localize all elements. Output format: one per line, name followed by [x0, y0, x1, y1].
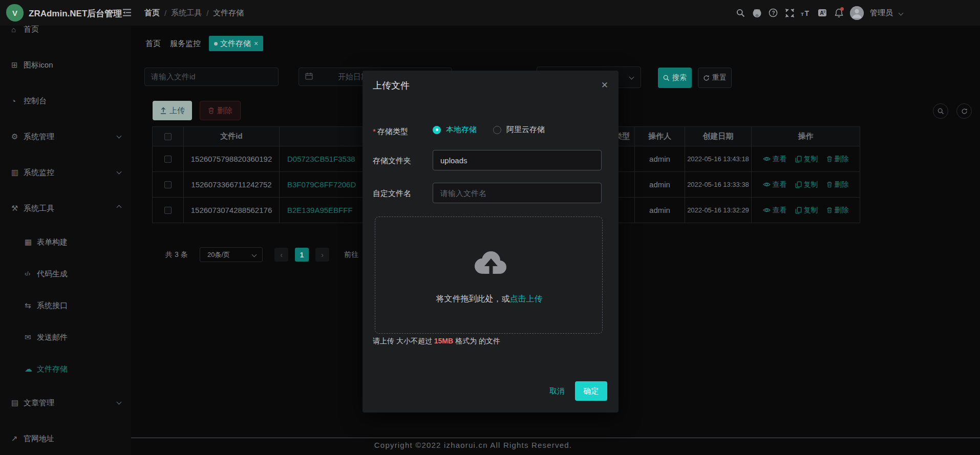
- radio-local-label[interactable]: 本地存储: [446, 125, 477, 135]
- radio-aliyun-label[interactable]: 阿里云存储: [506, 125, 545, 135]
- row-checkbox[interactable]: [164, 156, 172, 163]
- sidebar-item-官网地址[interactable]: ↗ 官网地址: [0, 421, 131, 455]
- file-name-link[interactable]: B3F079C8FF7206D: [287, 180, 356, 189]
- cloud-upload-icon: ☁: [25, 364, 36, 374]
- breadcrumb-item[interactable]: 文件存储: [213, 8, 244, 18]
- upload-dialog: 上传文件 ✕ *存储类型 本地存储 阿里云存储 存储文件夹 自定文件名: [363, 71, 619, 413]
- tab-首页[interactable]: 首页: [144, 36, 162, 51]
- select-all-checkbox[interactable]: [164, 133, 172, 140]
- row-action-删除[interactable]: 删除: [826, 206, 849, 215]
- radio-local-storage[interactable]: [433, 126, 441, 134]
- sidebar-item-代码生成[interactable]: ‹/› 代码生成: [0, 258, 131, 290]
- pagination-prev-button[interactable]: ‹: [274, 248, 288, 262]
- svg-text:?: ?: [772, 10, 775, 16]
- external-link-icon: ↗: [11, 434, 23, 443]
- delete-button-label: 删除: [217, 106, 232, 116]
- cancel-button[interactable]: 取消: [549, 386, 565, 396]
- avatar[interactable]: [850, 6, 864, 20]
- breadcrumb-item[interactable]: 系统工具: [171, 8, 202, 18]
- sidebar-item-系统监控[interactable]: ▥ 系统监控: [0, 155, 131, 190]
- search-icon[interactable]: [735, 8, 745, 18]
- tab-服务监控[interactable]: 服务监控: [169, 36, 202, 51]
- font-size-icon[interactable]: TT: [801, 8, 811, 18]
- row-action-删除[interactable]: 删除: [826, 155, 849, 164]
- app-logo: V: [6, 4, 24, 21]
- file-name-link[interactable]: D05723CB51F3538: [287, 155, 355, 163]
- bell-icon[interactable]: [834, 8, 844, 18]
- eye-icon: [763, 207, 771, 213]
- click-upload-link[interactable]: 点击上传: [510, 294, 543, 303]
- storage-type-radio-group: 本地存储 阿里云存储: [433, 125, 545, 135]
- row-checkbox[interactable]: [164, 207, 172, 214]
- sidebar-collapse-icon[interactable]: [122, 8, 132, 19]
- upload-button[interactable]: 上传: [153, 101, 192, 120]
- chevron-down-icon: [629, 75, 634, 80]
- filename-input[interactable]: [433, 183, 602, 203]
- app-title: ZRAdmin.NET后台管理: [29, 8, 122, 19]
- cell-actions: 查看复制删除: [752, 172, 860, 198]
- logo-letter: V: [12, 9, 17, 17]
- mail-icon: ✉: [25, 333, 36, 342]
- upload-dropzone[interactable]: 将文件拖到此处，或点击上传: [375, 216, 603, 334]
- pagination-next-button[interactable]: ›: [315, 248, 329, 262]
- reset-button-label: 重置: [712, 73, 727, 82]
- sidebar-item-系统工具[interactable]: ⚒ 系统工具: [0, 190, 131, 226]
- row-action-删除[interactable]: 删除: [826, 180, 849, 189]
- file-name-link[interactable]: B2E139A95EBFFF: [287, 206, 353, 214]
- delete-button[interactable]: 删除: [200, 101, 241, 120]
- row-action-查看[interactable]: 查看: [763, 206, 787, 215]
- col-file-id: 文件id: [184, 127, 280, 146]
- page-size-select[interactable]: 20条/页: [200, 247, 263, 262]
- copy-icon: [795, 207, 802, 214]
- close-tab-icon[interactable]: ×: [254, 39, 258, 48]
- chevron-down-icon[interactable]: [899, 10, 904, 15]
- row-action-查看[interactable]: 查看: [763, 180, 787, 189]
- search-button[interactable]: 搜索: [658, 68, 692, 88]
- user-name[interactable]: 管理员: [870, 8, 893, 18]
- breadcrumb-item[interactable]: 首页: [144, 8, 160, 18]
- row-checkbox[interactable]: [164, 181, 172, 188]
- sidebar-item-首页[interactable]: ⌂ 首页: [0, 26, 131, 47]
- sidebar-item-系统接口[interactable]: ⇆ 系统接口: [0, 290, 131, 321]
- cell-created: 2022-05-16 13:32:29: [685, 198, 752, 223]
- trash-icon: [826, 156, 833, 162]
- notification-dot: [840, 7, 844, 11]
- trash-icon: [826, 181, 833, 188]
- pagination-total: 共 3 条: [165, 250, 188, 259]
- tab-文件存储[interactable]: 文件存储×: [209, 36, 263, 51]
- trash-icon: [826, 207, 833, 213]
- sidebar-item-文件存储[interactable]: ☁ 文件存储: [0, 353, 131, 385]
- chevron-down-icon: [117, 400, 122, 405]
- row-action-复制[interactable]: 复制: [795, 206, 818, 215]
- sidebar-item-系统管理[interactable]: ⚙ 系统管理: [0, 119, 131, 155]
- radio-aliyun-storage[interactable]: [493, 126, 501, 134]
- required-asterisk: *: [373, 127, 376, 136]
- translate-icon[interactable]: A文: [817, 8, 827, 18]
- file-id-input[interactable]: 请输入文件id: [144, 68, 279, 86]
- cell-created: 2022-05-16 13:43:18: [685, 146, 752, 172]
- reset-button[interactable]: 重置: [698, 68, 732, 88]
- sidebar-item-发送邮件[interactable]: ✉ 发送邮件: [0, 321, 131, 353]
- eye-icon: [763, 182, 771, 187]
- sidebar-item-控制台[interactable]: ◔ 控制台: [0, 83, 131, 119]
- row-action-复制[interactable]: 复制: [795, 155, 818, 164]
- pagination-current-page[interactable]: 1: [295, 248, 309, 262]
- cloud-upload-icon: [471, 248, 509, 280]
- sidebar-item-文章管理[interactable]: ▤ 文章管理: [0, 385, 131, 421]
- col-actions: 操作: [752, 127, 860, 146]
- sidebar-menu: ⌂ 首页 ⊞ 图标icon ◔ 控制台 ⚙ 系统管理 ▥ 系统监控 ⚒ 系统工具…: [0, 26, 131, 455]
- sidebar-item-图标icon[interactable]: ⊞ 图标icon: [0, 47, 131, 83]
- breadcrumb-separator: /: [164, 9, 166, 17]
- confirm-button[interactable]: 确定: [575, 381, 607, 401]
- table-search-toggle-icon[interactable]: [933, 103, 948, 119]
- folder-input[interactable]: [433, 150, 602, 170]
- fullscreen-icon[interactable]: [784, 8, 795, 18]
- help-icon[interactable]: ?: [768, 8, 778, 18]
- pagination-goto-label: 前往: [344, 250, 358, 259]
- row-action-复制[interactable]: 复制: [795, 180, 818, 189]
- sidebar-item-表单构建[interactable]: ▦ 表单构建: [0, 226, 131, 258]
- github-icon[interactable]: [752, 8, 762, 18]
- close-icon[interactable]: ✕: [601, 80, 608, 91]
- row-action-查看[interactable]: 查看: [763, 155, 787, 164]
- table-refresh-icon[interactable]: [956, 103, 972, 119]
